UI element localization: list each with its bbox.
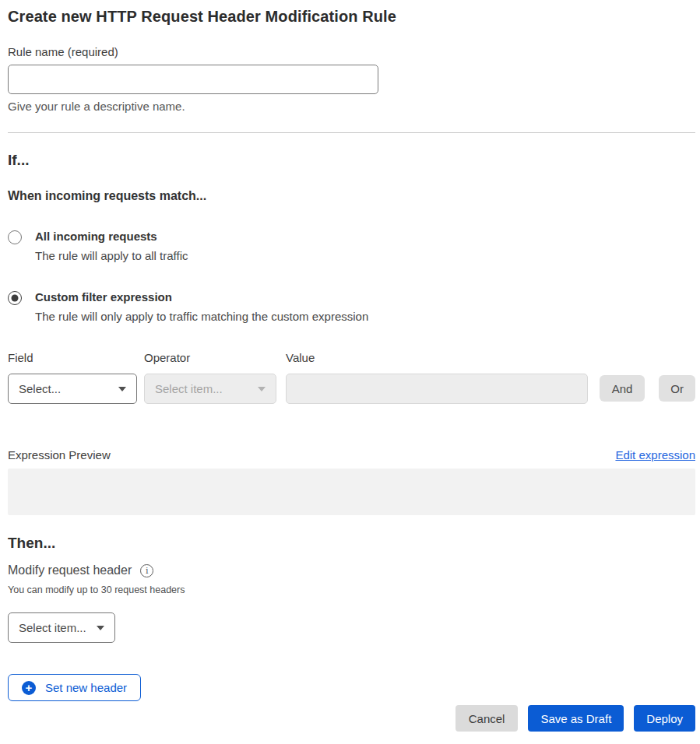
field-label: Field [8,351,137,364]
option-custom-label: Custom filter expression [35,290,368,304]
radio-all-incoming-requests-icon[interactable] [8,230,22,244]
or-button[interactable]: Or [659,375,695,402]
section-divider [8,132,695,133]
field-select-value: Select... [19,382,61,395]
and-button[interactable]: And [600,375,645,402]
rule-name-label: Rule name (required) [8,45,695,58]
create-rule-page: Create new HTTP Request Header Modificat… [0,0,700,732]
save-as-draft-button[interactable]: Save as Draft [528,705,624,732]
rule-name-helper: Give your rule a descriptive name. [8,100,695,113]
header-limit-helper: You can modify up to 30 request headers [8,584,695,595]
plus-icon [22,681,36,695]
then-heading: Then... [8,535,695,552]
option-all-incoming-requests[interactable]: All incoming requests The rule will appl… [8,230,695,262]
chevron-down-icon [118,387,126,391]
header-action-select-value: Select item... [19,621,86,634]
chevron-down-icon [258,387,266,391]
operator-select: Select item... [144,374,276,404]
set-new-header-button[interactable]: Set new header [8,674,141,701]
modify-request-header-label: Modify request header [8,563,132,577]
expression-preview-label: Expression Preview [8,448,111,461]
set-new-header-label: Set new header [45,681,127,694]
option-custom-filter-expression[interactable]: Custom filter expression The rule will o… [8,290,695,323]
option-all-label: All incoming requests [35,230,188,243]
expression-builder-row: Field Select... Operator Select item... … [8,351,695,404]
value-input [286,374,588,404]
match-options-group: All incoming requests The rule will appl… [8,230,695,323]
deploy-button[interactable]: Deploy [634,705,695,732]
rule-name-section: Rule name (required) Give your rule a de… [8,45,695,113]
page-title: Create new HTTP Request Header Modificat… [8,8,695,26]
match-subheading: When incoming requests match... [8,189,695,203]
cancel-button[interactable]: Cancel [456,705,519,732]
field-select[interactable]: Select... [8,374,137,404]
header-action-select[interactable]: Select item... [8,612,115,643]
edit-expression-link[interactable]: Edit expression [615,448,695,461]
operator-select-value: Select item... [155,382,223,395]
footer-actions: Cancel Save as Draft Deploy [8,705,695,732]
expression-preview-box [8,469,695,515]
chevron-down-icon [97,626,104,630]
rule-name-input[interactable] [8,65,378,94]
option-custom-description: The rule will only apply to traffic matc… [35,310,368,323]
info-icon[interactable] [140,564,153,577]
value-label: Value [286,351,588,364]
operator-label: Operator [144,351,276,364]
radio-custom-filter-icon[interactable] [8,291,22,305]
option-all-description: The rule will apply to all traffic [35,249,188,262]
expression-preview-header: Expression Preview Edit expression [8,448,695,461]
if-heading: If... [8,152,695,169]
